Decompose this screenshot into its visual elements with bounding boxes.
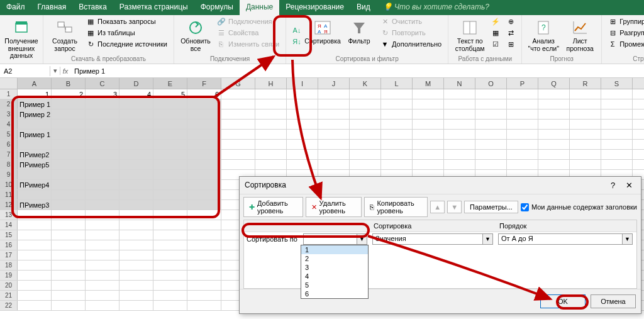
cell[interactable] (475, 140, 507, 149)
cell[interactable] (570, 120, 601, 129)
cell[interactable] (52, 180, 86, 189)
cell[interactable] (350, 99, 381, 109)
sort-on-combo[interactable]: Значения▼ (372, 233, 493, 245)
cell[interactable] (381, 140, 413, 149)
sort-column-combo[interactable]: ▼ (303, 233, 367, 245)
sort-az-button[interactable]: A↓ (291, 25, 303, 35)
cell[interactable] (475, 130, 507, 139)
tab-view[interactable]: Вид (350, 0, 377, 15)
cell[interactable] (187, 170, 221, 179)
row-header[interactable]: 22 (0, 301, 18, 310)
cell[interactable] (350, 140, 381, 149)
ungroup-button[interactable]: ⊟Разгруппировать (607, 28, 644, 38)
cell[interactable] (475, 160, 507, 169)
cell[interactable] (350, 89, 381, 99)
cell[interactable] (119, 250, 153, 260)
cell[interactable] (52, 120, 86, 129)
cell[interactable]: ПРимер3 (18, 200, 52, 210)
cell[interactable] (153, 99, 187, 109)
cell[interactable]: 4 (119, 89, 153, 99)
cell[interactable] (119, 99, 153, 109)
cell[interactable] (153, 271, 187, 280)
row-header[interactable]: 7 (0, 150, 18, 159)
column-header[interactable]: C (86, 78, 119, 89)
cell[interactable] (318, 130, 350, 139)
row-header[interactable]: 21 (0, 291, 18, 300)
cell[interactable] (187, 160, 221, 169)
tab-home[interactable]: Главная (31, 0, 73, 15)
cell[interactable] (255, 99, 287, 109)
cell[interactable] (287, 120, 318, 129)
cell[interactable] (86, 170, 119, 179)
headers-checkbox[interactable]: Мои данные содержат заголовки (521, 203, 637, 211)
copy-level-button[interactable]: ⎘Копировать уровень (364, 197, 428, 217)
cell[interactable] (444, 99, 475, 109)
recent-sources-button[interactable]: ↻Последние источники (85, 39, 169, 49)
cell[interactable] (187, 190, 221, 199)
column-header[interactable]: Q (538, 78, 570, 89)
cell[interactable] (570, 160, 601, 169)
cell[interactable] (255, 140, 287, 149)
cell[interactable] (187, 200, 221, 210)
cell[interactable] (153, 240, 187, 250)
cell[interactable] (52, 250, 86, 260)
cell[interactable] (119, 260, 153, 270)
forecast-button[interactable]: Лист прогноза (564, 16, 596, 55)
cell[interactable] (18, 260, 52, 270)
cell[interactable] (538, 130, 570, 139)
remove-dupes-button[interactable]: ▦ (490, 28, 501, 38)
cell[interactable] (187, 291, 221, 300)
cell[interactable] (381, 99, 413, 109)
cell[interactable] (444, 160, 475, 169)
cell[interactable] (350, 150, 381, 159)
cell[interactable] (86, 200, 119, 210)
cell[interactable] (18, 210, 52, 220)
cell[interactable] (287, 89, 318, 99)
name-box[interactable]: A2 (0, 66, 50, 76)
cell[interactable] (413, 140, 444, 149)
column-header[interactable]: F (187, 78, 221, 89)
cell[interactable] (570, 130, 601, 139)
cell[interactable] (86, 230, 119, 240)
cell[interactable] (187, 120, 221, 129)
row-header[interactable]: 6 (0, 140, 18, 149)
cell[interactable] (86, 260, 119, 270)
cell[interactable] (52, 230, 86, 240)
cell[interactable]: 1 (18, 89, 52, 99)
sort-order-combo[interactable]: От А до Я▼ (498, 233, 633, 245)
cell[interactable] (601, 130, 633, 139)
cell[interactable] (86, 160, 119, 169)
row-header[interactable]: 16 (0, 240, 18, 250)
cell[interactable] (570, 99, 601, 109)
cell[interactable] (444, 150, 475, 159)
cell[interactable]: Пример 1 (18, 130, 52, 139)
cell[interactable] (187, 281, 221, 290)
formula-input[interactable]: Пример 1 (70, 66, 644, 76)
cell[interactable] (86, 109, 119, 119)
cell[interactable]: ПРимер5 (18, 160, 52, 169)
cell[interactable] (119, 170, 153, 179)
cell[interactable] (153, 150, 187, 159)
cell[interactable] (444, 120, 475, 129)
cell[interactable] (52, 281, 86, 290)
cell[interactable] (153, 260, 187, 270)
cell[interactable] (18, 230, 52, 240)
cell[interactable] (153, 170, 187, 179)
cell[interactable] (18, 220, 52, 230)
cell[interactable] (18, 301, 52, 310)
cell[interactable] (52, 99, 86, 109)
cell[interactable] (601, 89, 633, 99)
add-level-button[interactable]: ✚Добавить уровень (243, 197, 303, 217)
column-header[interactable]: J (318, 78, 350, 89)
cell[interactable] (475, 150, 507, 159)
cell[interactable] (86, 120, 119, 129)
column-header[interactable]: K (350, 78, 381, 89)
cell[interactable] (119, 281, 153, 290)
cell[interactable] (444, 89, 475, 99)
cell[interactable] (18, 170, 52, 179)
cell[interactable] (52, 210, 86, 220)
cell[interactable] (601, 120, 633, 129)
dropdown-option[interactable]: 6 (301, 289, 368, 298)
cell[interactable] (475, 109, 507, 119)
cell[interactable] (413, 109, 444, 119)
